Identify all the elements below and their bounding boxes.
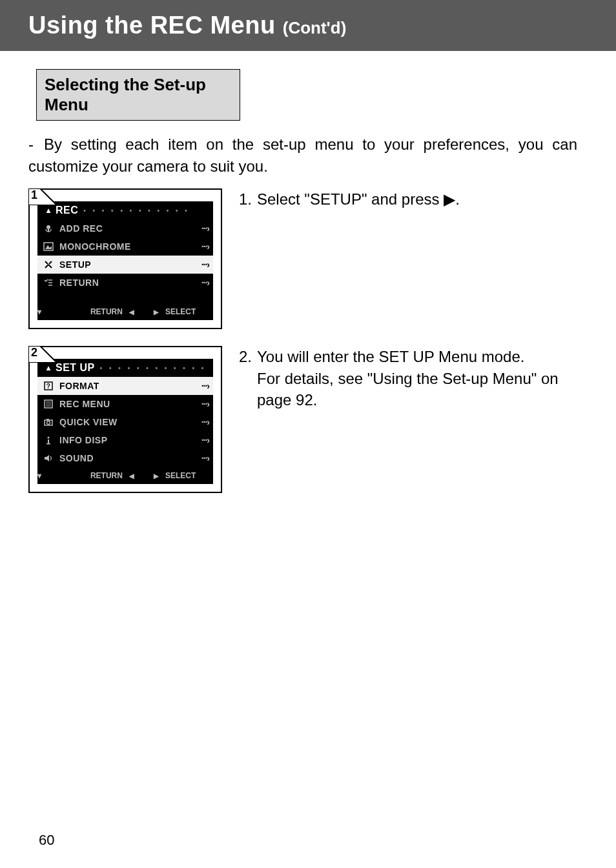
camera-icon bbox=[41, 417, 56, 427]
checklist-icon bbox=[41, 278, 56, 288]
lcd1-header-title: REC bbox=[56, 205, 78, 216]
page-title-sub: (Cont'd) bbox=[283, 18, 347, 37]
lcd2-item-quick-view: QUICK VIEW ···› bbox=[37, 413, 213, 431]
lcd2-item-label: SOUND bbox=[56, 453, 201, 463]
chevron-up-icon: ▴ bbox=[41, 206, 56, 215]
card-question-icon: ? bbox=[41, 381, 56, 391]
lcd1-item-label: MONOCHROME bbox=[56, 241, 201, 252]
section-heading: Selecting the Set-up Menu bbox=[36, 69, 240, 121]
lcd2-item-rec-menu: REC MENU ···› bbox=[37, 395, 213, 413]
chevron-up-icon: ▴ bbox=[41, 363, 56, 372]
lcd2-item-sound: SOUND ···› bbox=[37, 449, 213, 467]
lcd1-item-label: RETURN bbox=[56, 278, 201, 288]
picture-icon bbox=[41, 241, 56, 252]
submenu-arrow-icon: ···› bbox=[201, 241, 209, 252]
lcd-screen-1: ▴ REC • • • • • • • • • • • • ADD REC ··… bbox=[37, 201, 213, 320]
svg-rect-20 bbox=[46, 443, 50, 445]
intro-dash: - bbox=[28, 134, 44, 156]
lcd2-item-info-disp: INFO DISP ···› bbox=[37, 431, 213, 449]
step-1-number: 1. bbox=[239, 188, 257, 210]
intro-text: By setting each item on the set-up menu … bbox=[28, 136, 577, 175]
submenu-arrow-icon: ···› bbox=[201, 417, 209, 427]
triangle-right-icon: ▶ bbox=[154, 308, 159, 316]
triangle-left-icon: ◀ bbox=[129, 308, 134, 316]
screenshot-box-1: 1 ▴ REC • • • • • • • • • • • • ADD REC … bbox=[28, 188, 222, 329]
svg-rect-17 bbox=[46, 419, 49, 420]
list-icon bbox=[41, 399, 56, 409]
lcd1-footer: ▾ RETURN ◀ ▶ SELECT bbox=[37, 303, 213, 320]
svg-point-16 bbox=[47, 421, 50, 425]
page-title-main: Using the REC Menu bbox=[28, 12, 283, 39]
lcd1-item-label: SETUP bbox=[56, 259, 201, 270]
lcd1-item-add-rec: ADD REC ···› bbox=[37, 219, 213, 237]
svg-point-18 bbox=[48, 437, 50, 439]
lcd1-footer-return: RETURN bbox=[90, 307, 123, 316]
lcd2-item-label: QUICK VIEW bbox=[56, 417, 201, 427]
step-2-body-line1: You will enter the SET UP Menu mode. bbox=[257, 348, 524, 365]
step-2-number: 2. bbox=[239, 346, 257, 368]
page-title-bar: Using the REC Menu (Cont'd) bbox=[0, 0, 616, 51]
submenu-arrow-icon: ···› bbox=[201, 435, 209, 445]
chevron-down-icon: ▾ bbox=[37, 471, 41, 480]
lcd1-header-dots: • • • • • • • • • • • • bbox=[78, 207, 209, 214]
screenshot-number-1: 1 bbox=[31, 188, 37, 202]
lcd1-header-row: ▴ REC • • • • • • • • • • • • bbox=[37, 201, 213, 219]
lcd1-item-setup: SETUP ···› bbox=[37, 256, 213, 274]
lcd2-item-label: FORMAT bbox=[56, 381, 201, 391]
lcd1-spacer bbox=[37, 292, 213, 303]
lcd2-header-dots: • • • • • • • • • • • • bbox=[95, 365, 209, 372]
lcd1-item-monochrome: MONOCHROME ···› bbox=[37, 237, 213, 256]
step-1-row: 1 ▴ REC • • • • • • • • • • • • ADD REC … bbox=[0, 183, 616, 329]
lcd-screen-2: ▴ SET UP • • • • • • • • • • • • ? FORMA… bbox=[37, 359, 213, 484]
triangle-right-icon: ▶ bbox=[154, 472, 159, 479]
tools-icon bbox=[41, 259, 56, 270]
submenu-arrow-icon: ···› bbox=[201, 223, 209, 234]
mic-icon bbox=[41, 223, 56, 234]
intro-paragraph: - By setting each item on the set-up men… bbox=[0, 121, 616, 183]
page: Using the REC Menu (Cont'd) Selecting th… bbox=[0, 0, 616, 868]
step-1-body: Select "SETUP" and press ▶. bbox=[257, 190, 460, 208]
lcd2-header-row: ▴ SET UP • • • • • • • • • • • • bbox=[37, 359, 213, 377]
lcd2-item-format: ? FORMAT ···› bbox=[37, 377, 213, 395]
page-number: 60 bbox=[39, 832, 54, 849]
lcd2-item-label: INFO DISP bbox=[56, 435, 201, 445]
lcd2-footer-return: RETURN bbox=[90, 471, 123, 480]
submenu-arrow-icon: ···› bbox=[201, 399, 209, 409]
triangle-left-icon: ◀ bbox=[129, 472, 134, 479]
svg-marker-4 bbox=[45, 245, 52, 249]
submenu-arrow-icon: ···› bbox=[201, 453, 209, 463]
section-heading-wrap: Selecting the Set-up Menu bbox=[0, 51, 616, 121]
step-2-row: 2 ▴ SET UP • • • • • • • • • • • • ? FOR… bbox=[0, 341, 616, 493]
screenshot-number-2: 2 bbox=[31, 346, 37, 359]
svg-point-1 bbox=[46, 225, 50, 229]
lcd2-footer-select: SELECT bbox=[165, 471, 196, 480]
chevron-down-icon: ▾ bbox=[37, 307, 41, 316]
lcd1-footer-select: SELECT bbox=[165, 307, 196, 316]
speaker-icon bbox=[41, 453, 56, 463]
info-icon bbox=[41, 435, 56, 445]
lcd2-header-title: SET UP bbox=[56, 362, 95, 374]
screenshot-box-2: 2 ▴ SET UP • • • • • • • • • • • • ? FOR… bbox=[28, 346, 222, 493]
svg-marker-21 bbox=[45, 455, 49, 461]
svg-rect-19 bbox=[48, 439, 49, 443]
step-2-text: 2.You will enter the SET UP Menu mode. F… bbox=[222, 346, 588, 411]
lcd2-item-label: REC MENU bbox=[56, 399, 201, 409]
lcd2-footer: ▾ RETURN ◀ ▶ SELECT bbox=[37, 467, 213, 484]
svg-text:?: ? bbox=[46, 383, 51, 390]
step-1-text: 1.Select "SETUP" and press ▶. bbox=[222, 188, 588, 210]
submenu-arrow-icon: ···› bbox=[201, 259, 209, 270]
submenu-arrow-icon: ···› bbox=[201, 381, 209, 391]
lcd1-item-label: ADD REC bbox=[56, 223, 201, 234]
lcd1-item-return: RETURN ···› bbox=[37, 274, 213, 292]
submenu-arrow-icon: ···› bbox=[201, 278, 209, 288]
step-2-body-line2: For details, see "Using the Set-up Menu"… bbox=[257, 370, 559, 409]
